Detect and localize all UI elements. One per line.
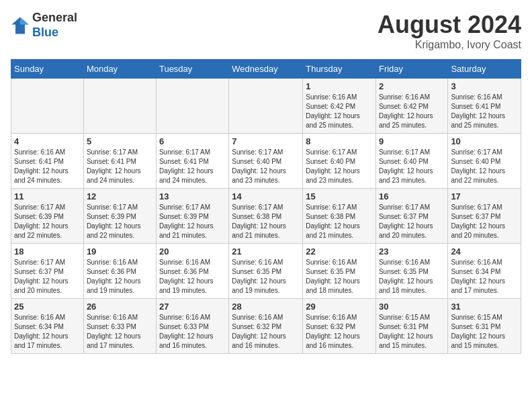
day-info: Sunrise: 6:16 AM Sunset: 6:41 PM Dayligh… (451, 93, 518, 130)
day-info: Sunrise: 6:16 AM Sunset: 6:34 PM Dayligh… (14, 313, 81, 351)
day-number: 17 (451, 191, 518, 201)
day-number: 18 (14, 246, 81, 257)
calendar-cell: 24Sunrise: 6:16 AM Sunset: 6:34 PM Dayli… (448, 244, 521, 299)
day-info: Sunrise: 6:16 AM Sunset: 6:33 PM Dayligh… (87, 313, 153, 351)
day-info: Sunrise: 6:16 AM Sunset: 6:34 PM Dayligh… (451, 258, 518, 295)
calendar-cell: 11Sunrise: 6:17 AM Sunset: 6:39 PM Dayli… (11, 189, 84, 244)
weekday-header-cell: Saturday (448, 60, 521, 79)
day-number: 22 (306, 246, 373, 257)
calendar-cell: 14Sunrise: 6:17 AM Sunset: 6:38 PM Dayli… (229, 189, 303, 244)
day-info: Sunrise: 6:16 AM Sunset: 6:35 PM Dayligh… (306, 258, 373, 295)
svg-marker-1 (20, 17, 29, 24)
day-number: 10 (451, 136, 518, 146)
day-info: Sunrise: 6:17 AM Sunset: 6:39 PM Dayligh… (87, 203, 153, 240)
calendar-cell: 3Sunrise: 6:16 AM Sunset: 6:41 PM Daylig… (448, 79, 521, 134)
calendar-cell: 19Sunrise: 6:16 AM Sunset: 6:36 PM Dayli… (83, 244, 156, 299)
day-info: Sunrise: 6:16 AM Sunset: 6:36 PM Dayligh… (159, 258, 226, 295)
day-info: Sunrise: 6:16 AM Sunset: 6:42 PM Dayligh… (306, 93, 373, 130)
day-number: 6 (159, 136, 226, 146)
calendar-cell: 9Sunrise: 6:17 AM Sunset: 6:40 PM Daylig… (375, 134, 447, 189)
calendar-cell: 22Sunrise: 6:16 AM Sunset: 6:35 PM Dayli… (303, 244, 376, 299)
calendar-cell: 20Sunrise: 6:16 AM Sunset: 6:36 PM Dayli… (156, 244, 228, 299)
day-info: Sunrise: 6:17 AM Sunset: 6:37 PM Dayligh… (14, 258, 81, 295)
weekday-header-cell: Tuesday (156, 60, 228, 79)
calendar-week-row: 4Sunrise: 6:16 AM Sunset: 6:41 PM Daylig… (11, 134, 521, 189)
calendar-cell: 15Sunrise: 6:17 AM Sunset: 6:38 PM Dayli… (303, 189, 376, 244)
calendar-cell: 26Sunrise: 6:16 AM Sunset: 6:33 PM Dayli… (83, 299, 156, 354)
day-number: 20 (159, 246, 226, 257)
calendar-cell (11, 79, 84, 134)
day-number: 25 (14, 302, 81, 312)
day-info: Sunrise: 6:16 AM Sunset: 6:33 PM Dayligh… (159, 313, 226, 351)
calendar-week-row: 18Sunrise: 6:17 AM Sunset: 6:37 PM Dayli… (11, 244, 521, 299)
day-number: 12 (87, 191, 153, 201)
page-header: General Blue August 2024 Krigambo, Ivory… (11, 11, 521, 51)
day-info: Sunrise: 6:17 AM Sunset: 6:38 PM Dayligh… (232, 203, 300, 240)
day-number: 21 (232, 246, 300, 257)
day-number: 8 (306, 136, 373, 146)
day-info: Sunrise: 6:16 AM Sunset: 6:36 PM Dayligh… (87, 258, 153, 295)
day-info: Sunrise: 6:16 AM Sunset: 6:35 PM Dayligh… (232, 258, 300, 295)
calendar-cell: 5Sunrise: 6:17 AM Sunset: 6:41 PM Daylig… (83, 134, 156, 189)
day-number: 19 (87, 246, 153, 257)
calendar-cell: 28Sunrise: 6:16 AM Sunset: 6:32 PM Dayli… (229, 299, 303, 354)
day-number: 23 (379, 246, 445, 257)
calendar-cell: 2Sunrise: 6:16 AM Sunset: 6:42 PM Daylig… (375, 79, 447, 134)
calendar-cell: 1Sunrise: 6:16 AM Sunset: 6:42 PM Daylig… (303, 79, 376, 134)
calendar-cell: 7Sunrise: 6:17 AM Sunset: 6:40 PM Daylig… (229, 134, 303, 189)
day-number: 24 (451, 246, 518, 257)
calendar-cell: 23Sunrise: 6:16 AM Sunset: 6:35 PM Dayli… (375, 244, 447, 299)
location: Krigambo, Ivory Coast (378, 39, 521, 51)
calendar-table: SundayMondayTuesdayWednesdayThursdayFrid… (11, 59, 521, 354)
weekday-header-cell: Wednesday (229, 60, 303, 79)
logo: General Blue (11, 11, 77, 40)
weekday-header-cell: Thursday (303, 60, 376, 79)
calendar-cell: 30Sunrise: 6:15 AM Sunset: 6:31 PM Dayli… (375, 299, 447, 354)
month-year: August 2024 (378, 11, 521, 39)
day-info: Sunrise: 6:16 AM Sunset: 6:41 PM Dayligh… (14, 148, 81, 185)
day-number: 31 (451, 302, 518, 312)
calendar-cell: 18Sunrise: 6:17 AM Sunset: 6:37 PM Dayli… (11, 244, 84, 299)
day-info: Sunrise: 6:17 AM Sunset: 6:37 PM Dayligh… (451, 203, 518, 240)
day-number: 4 (14, 136, 81, 146)
calendar-cell: 21Sunrise: 6:16 AM Sunset: 6:35 PM Dayli… (229, 244, 303, 299)
day-info: Sunrise: 6:17 AM Sunset: 6:39 PM Dayligh… (14, 203, 81, 240)
day-number: 13 (159, 191, 226, 201)
day-number: 7 (232, 136, 300, 146)
day-number: 26 (87, 302, 153, 312)
calendar-cell: 16Sunrise: 6:17 AM Sunset: 6:37 PM Dayli… (375, 189, 447, 244)
weekday-header-cell: Sunday (11, 60, 84, 79)
day-number: 2 (379, 81, 445, 91)
day-number: 28 (232, 302, 300, 312)
day-number: 15 (306, 191, 373, 201)
day-info: Sunrise: 6:17 AM Sunset: 6:37 PM Dayligh… (379, 203, 445, 240)
calendar-week-row: 11Sunrise: 6:17 AM Sunset: 6:39 PM Dayli… (11, 189, 521, 244)
day-number: 14 (232, 191, 300, 201)
day-info: Sunrise: 6:17 AM Sunset: 6:39 PM Dayligh… (159, 203, 226, 240)
day-info: Sunrise: 6:16 AM Sunset: 6:35 PM Dayligh… (379, 258, 445, 295)
calendar-cell: 4Sunrise: 6:16 AM Sunset: 6:41 PM Daylig… (11, 134, 84, 189)
day-number: 1 (306, 81, 373, 91)
logo-text: General Blue (32, 11, 77, 40)
day-info: Sunrise: 6:17 AM Sunset: 6:40 PM Dayligh… (379, 148, 445, 185)
weekday-header-row: SundayMondayTuesdayWednesdayThursdayFrid… (11, 60, 521, 79)
calendar-cell: 31Sunrise: 6:15 AM Sunset: 6:31 PM Dayli… (448, 299, 521, 354)
calendar-cell: 6Sunrise: 6:17 AM Sunset: 6:41 PM Daylig… (156, 134, 228, 189)
calendar-week-row: 1Sunrise: 6:16 AM Sunset: 6:42 PM Daylig… (11, 79, 521, 134)
day-info: Sunrise: 6:15 AM Sunset: 6:31 PM Dayligh… (451, 313, 518, 351)
day-number: 30 (379, 302, 445, 312)
calendar-week-row: 25Sunrise: 6:16 AM Sunset: 6:34 PM Dayli… (11, 299, 521, 354)
day-info: Sunrise: 6:17 AM Sunset: 6:41 PM Dayligh… (87, 148, 153, 185)
day-number: 9 (379, 136, 445, 146)
day-info: Sunrise: 6:17 AM Sunset: 6:41 PM Dayligh… (159, 148, 226, 185)
day-number: 11 (14, 191, 81, 201)
day-info: Sunrise: 6:15 AM Sunset: 6:31 PM Dayligh… (379, 313, 445, 351)
calendar-body: 1Sunrise: 6:16 AM Sunset: 6:42 PM Daylig… (11, 79, 521, 354)
day-info: Sunrise: 6:16 AM Sunset: 6:32 PM Dayligh… (306, 313, 373, 351)
calendar-cell: 17Sunrise: 6:17 AM Sunset: 6:37 PM Dayli… (448, 189, 521, 244)
weekday-header-cell: Friday (375, 60, 447, 79)
calendar-cell: 8Sunrise: 6:17 AM Sunset: 6:40 PM Daylig… (303, 134, 376, 189)
calendar-cell: 25Sunrise: 6:16 AM Sunset: 6:34 PM Dayli… (11, 299, 84, 354)
day-number: 16 (379, 191, 445, 201)
calendar-cell: 10Sunrise: 6:17 AM Sunset: 6:40 PM Dayli… (448, 134, 521, 189)
